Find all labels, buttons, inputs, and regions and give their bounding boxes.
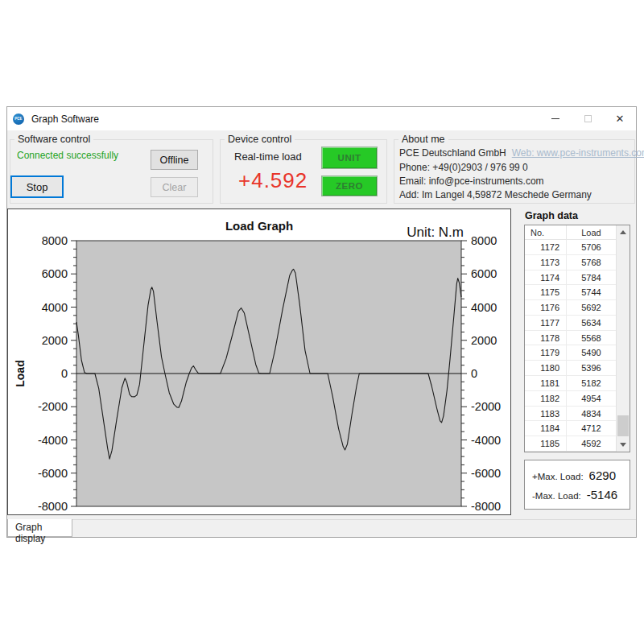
cell-no: 1184 <box>525 421 567 436</box>
chart-panel: Load Graph Unit: N.m -8000-8000-6000-600… <box>7 208 511 515</box>
y-tick-label-right: 6000 <box>471 267 497 280</box>
y-tick-label-left: -6000 <box>38 467 68 480</box>
y-tick-label-left: -2000 <box>38 400 68 413</box>
scrollbar-thumb[interactable] <box>617 415 629 436</box>
maximize-button[interactable] <box>572 107 604 130</box>
neg-max-label: -Max. Load: <box>532 491 581 501</box>
table-row[interactable]: 11765692 <box>525 300 616 316</box>
unit-button[interactable]: UNIT <box>321 147 378 169</box>
realtime-load-value: +4.592 <box>238 168 308 193</box>
offline-button[interactable]: Offline <box>151 150 198 170</box>
table-scrollbar[interactable] <box>616 225 630 452</box>
cell-load: 5744 <box>567 285 616 299</box>
cell-no: 1175 <box>525 285 567 299</box>
table-row[interactable]: 11785568 <box>525 331 616 346</box>
cell-no: 1173 <box>525 255 567 270</box>
about-title: About me <box>398 134 448 145</box>
app-window: PCE Graph Software ✕ Software control Co… <box>6 106 637 538</box>
cell-load: 5568 <box>567 331 616 345</box>
table-row[interactable]: 11745784 <box>525 270 616 286</box>
y-tick-label-left: 4000 <box>42 301 68 314</box>
table-row[interactable]: 11854592 <box>525 436 616 452</box>
cell-load: 4834 <box>567 407 616 421</box>
titlebar: PCE Graph Software ✕ <box>7 107 636 130</box>
device-control-title: Device control <box>225 134 295 145</box>
cell-no: 1174 <box>525 270 567 285</box>
website-link[interactable]: Web: www.pce-instruments.com <box>512 147 644 159</box>
cell-no: 1183 <box>525 407 567 421</box>
about-address: Add: Im Langel 4,59872 Meschede Germany <box>399 189 592 200</box>
clear-button[interactable]: Clear <box>151 177 198 197</box>
stop-button[interactable]: Stop <box>10 175 64 198</box>
y-tick-label-right: 0 <box>471 367 477 380</box>
table-row[interactable]: 11834834 <box>525 407 616 422</box>
cell-load: 4954 <box>567 391 616 406</box>
y-tick-label-left: -4000 <box>38 434 68 447</box>
zero-button[interactable]: ZERO <box>321 175 378 196</box>
graph-data-title: Graph data <box>525 210 578 221</box>
max-load-panel: +Max. Load: 6290 -Max. Load: -5146 <box>524 460 630 510</box>
table-row[interactable]: 11725706 <box>525 240 616 255</box>
cell-no: 1182 <box>525 391 567 406</box>
table-row[interactable]: 11795490 <box>525 345 616 361</box>
cell-load: 5784 <box>567 270 616 285</box>
table-row[interactable]: 11815182 <box>525 376 616 391</box>
table-row[interactable]: 11844712 <box>525 421 616 436</box>
cell-load: 5768 <box>567 255 616 270</box>
pos-max-value: 6290 <box>589 469 616 482</box>
column-header-no: No. <box>525 225 567 239</box>
connection-status: Connected successfully <box>17 150 118 161</box>
window-title: Graph Software <box>31 114 99 125</box>
table-row[interactable]: 11735768 <box>525 255 616 270</box>
table-row[interactable]: 11805396 <box>525 361 616 376</box>
neg-max-value: -5146 <box>587 488 617 502</box>
cell-no: 1181 <box>525 376 567 390</box>
minimize-button[interactable] <box>539 107 572 130</box>
software-control-title: Software control <box>14 134 93 145</box>
pos-max-label: +Max. Load: <box>532 472 584 481</box>
cell-load: 5490 <box>567 345 616 360</box>
cell-load: 4592 <box>567 436 616 451</box>
y-tick-label-right: 2000 <box>471 334 497 347</box>
scroll-down-icon <box>620 443 626 447</box>
cell-no: 1177 <box>525 316 567 330</box>
scroll-up-button[interactable] <box>617 225 630 239</box>
cell-load: 5634 <box>567 316 616 330</box>
cell-load: 5396 <box>567 361 616 375</box>
maximize-icon <box>584 115 592 122</box>
about-email: Email: info@pce-instruments.com <box>399 175 544 187</box>
tabstrip-line <box>7 519 636 520</box>
cell-no: 1178 <box>525 331 567 345</box>
app-icon: PCE <box>13 114 24 125</box>
cell-load: 4712 <box>567 421 616 436</box>
y-tick-label-left: -8000 <box>38 500 68 513</box>
y-tick-label-left: 6000 <box>42 267 68 280</box>
y-tick-label-right: -2000 <box>471 400 501 413</box>
tab-graph-display[interactable]: Graph display <box>7 519 72 537</box>
table-row[interactable]: 11824954 <box>525 391 616 407</box>
cell-no: 1179 <box>525 345 567 360</box>
cell-load: 5706 <box>567 240 616 254</box>
cell-no: 1180 <box>525 361 567 375</box>
minimize-icon <box>551 118 559 119</box>
y-tick-label-right: 4000 <box>471 301 497 314</box>
cell-no: 1172 <box>525 240 567 254</box>
about-phone: Phone: +49(0)2903 / 976 99 0 <box>399 162 528 173</box>
chart-canvas: -8000-8000-6000-6000-4000-4000-2000-2000… <box>8 209 510 514</box>
table-row[interactable]: 11775634 <box>525 316 616 331</box>
cell-no: 1176 <box>525 300 567 315</box>
company-name: PCE Deutschland GmbH <box>399 147 506 159</box>
scroll-down-button[interactable] <box>617 438 630 452</box>
close-icon: ✕ <box>616 114 625 124</box>
table-header: No. Load <box>525 225 616 240</box>
scroll-up-icon <box>620 230 626 234</box>
y-tick-label-right: 8000 <box>471 234 497 247</box>
realtime-load-label: Real-time load <box>234 151 302 163</box>
y-tick-label-right: -6000 <box>471 467 501 480</box>
close-button[interactable]: ✕ <box>604 107 636 130</box>
table-row[interactable]: 11755744 <box>525 285 616 300</box>
graph-data-table: No. Load 1172570611735768117457841175574… <box>524 225 630 452</box>
y-axis-title: Load <box>14 360 27 386</box>
y-tick-label-left: 0 <box>61 367 68 380</box>
y-tick-label-right: -4000 <box>471 434 501 447</box>
